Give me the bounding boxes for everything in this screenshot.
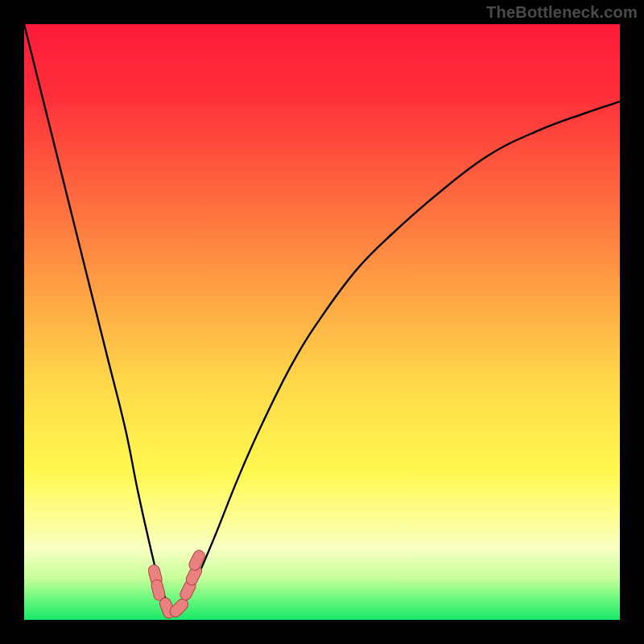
data-markers xyxy=(147,548,207,620)
watermark-text: TheBottleneck.com xyxy=(486,3,638,22)
bottleneck-curve xyxy=(24,24,620,611)
chart-frame: TheBottleneck.com xyxy=(0,0,644,644)
curve-svg xyxy=(24,24,620,620)
svg-rect-6 xyxy=(188,548,207,572)
data-marker xyxy=(188,548,207,572)
plot-area xyxy=(24,24,620,620)
